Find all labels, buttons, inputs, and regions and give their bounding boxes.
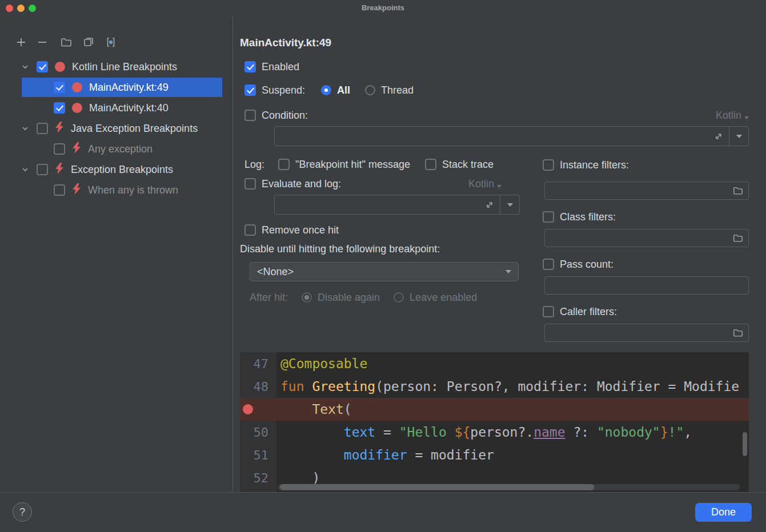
suspend-checkbox[interactable] — [244, 84, 256, 96]
breakpoint-icon — [72, 82, 82, 92]
expand-editor-icon[interactable] — [708, 127, 729, 146]
horizontal-scrollbar-thumb[interactable] — [280, 484, 594, 490]
help-button[interactable]: ? — [13, 502, 32, 522]
tree-item-mainactivity-kt-49[interactable]: MainActivity.kt:49 — [0, 77, 232, 98]
tree-item-any-exception[interactable]: Any exception — [0, 139, 232, 159]
group-icon — [83, 37, 94, 48]
leave-enabled-radio[interactable] — [394, 292, 404, 303]
breakpoint-icon — [55, 62, 65, 72]
disable-until-combobox[interactable]: <None> — [250, 262, 519, 281]
tree-checkbox[interactable] — [37, 123, 48, 134]
class-filters-field — [544, 229, 749, 247]
condition-input[interactable] — [275, 127, 708, 146]
log-message-label: "Breakpoint hit" message — [295, 159, 410, 171]
disable-until-row: Disable until hitting the following brea… — [240, 241, 440, 257]
tree-checkbox[interactable] — [54, 102, 65, 114]
condition-language-selector[interactable]: Kotlin — [716, 110, 749, 122]
enabled-checkbox[interactable] — [244, 61, 256, 72]
tree-checkbox[interactable] — [54, 184, 65, 196]
instance-filters-input[interactable] — [545, 182, 728, 199]
line-number[interactable]: 52 — [240, 466, 276, 489]
suspend-thread-radio[interactable] — [365, 85, 375, 95]
code-line-49: Text( — [240, 398, 749, 421]
log-row: Log: "Breakpoint hit" message Stack trac… — [244, 156, 494, 172]
add-breakpoint-button[interactable] — [14, 35, 28, 49]
tree-item-label: MainActivity.kt:40 — [89, 102, 169, 114]
log-message-checkbox[interactable] — [278, 159, 290, 170]
evaluate-language-selector[interactable]: Kotlin — [468, 178, 502, 190]
tree-checkbox[interactable] — [37, 164, 48, 175]
remove-once-checkbox[interactable] — [244, 224, 256, 236]
class-filters-input[interactable] — [545, 229, 728, 247]
breakpoint-icon — [72, 103, 82, 113]
caller-filters-input[interactable] — [545, 324, 728, 341]
tree-item-when-any-is-thrown[interactable]: When any is thrown — [0, 180, 232, 200]
condition-history-dropdown[interactable] — [729, 127, 748, 146]
caller-filters-checkbox[interactable] — [543, 306, 554, 317]
folder-icon[interactable] — [728, 229, 748, 247]
code-text: ) — [276, 470, 320, 485]
vertical-scrollbar[interactable] — [743, 432, 747, 456]
remove-breakpoint-button[interactable] — [35, 35, 49, 49]
code-line-47: 47@Composable — [240, 352, 749, 375]
line-number[interactable]: 51 — [240, 444, 276, 466]
tree-group-kotlin-line-breakpoints[interactable]: Kotlin Line Breakpoints — [0, 57, 232, 77]
move-to-group-button[interactable] — [82, 35, 95, 49]
expand-editor-icon[interactable] — [479, 195, 500, 214]
stack-trace-checkbox[interactable] — [425, 159, 436, 170]
instance-filters-label: Instance filters: — [560, 159, 629, 171]
instance-filters-checkbox[interactable] — [543, 159, 554, 171]
chevron-down-icon — [497, 185, 502, 188]
breakpoint-dot-icon[interactable] — [243, 404, 253, 414]
tree-group-java-exception-breakpoints[interactable]: Java Exception Breakpoints — [0, 118, 232, 139]
suspend-all-radio[interactable] — [321, 85, 331, 95]
tree-item-label: Any exception — [88, 143, 153, 155]
done-button[interactable]: Done — [695, 503, 752, 522]
group-breakpoints-button[interactable] — [59, 35, 73, 49]
tree-checkbox[interactable] — [54, 82, 65, 93]
chevron-down-icon[interactable] — [21, 62, 30, 71]
code-text: Text( — [276, 402, 352, 417]
evaluate-checkbox[interactable] — [244, 178, 256, 190]
chevron-down-icon — [736, 135, 742, 138]
tree-item-label: MainActivity.kt:49 — [89, 82, 169, 94]
evaluate-history-dropdown[interactable] — [500, 195, 519, 214]
minus-icon — [37, 37, 48, 48]
chevron-down-icon[interactable] — [21, 124, 30, 133]
pass-count-checkbox[interactable] — [543, 259, 554, 270]
disable-again-radio[interactable] — [302, 292, 312, 303]
class-filters-row: Class filters: — [543, 209, 616, 225]
evaluate-input[interactable] — [275, 195, 479, 214]
class-filters-checkbox[interactable] — [543, 211, 554, 223]
breakpoint-title: MainActivity.kt:49 — [240, 37, 331, 49]
folder-icon[interactable] — [728, 182, 748, 199]
tree-item-label: When any is thrown — [88, 184, 178, 196]
tree-group-exception-breakpoints[interactable]: Exception Breakpoints — [0, 159, 232, 180]
line-number[interactable]: 47 — [240, 352, 276, 375]
tree-checkbox[interactable] — [37, 61, 48, 72]
caller-filters-field — [544, 324, 749, 342]
evaluate-row: Evaluate and log: — [244, 176, 341, 192]
code-lines: 47@Composable48fun Greeting(person: Pers… — [240, 352, 749, 489]
exception-icon — [72, 183, 81, 198]
remove-once-row: Remove once hit — [244, 222, 339, 238]
group-by-class-button[interactable] — [104, 35, 118, 49]
condition-checkbox[interactable] — [244, 110, 256, 121]
pass-count-label: Pass count: — [560, 259, 613, 271]
sidebar-divider — [232, 16, 233, 492]
line-number[interactable] — [240, 398, 276, 421]
line-number[interactable]: 50 — [240, 421, 276, 444]
chevron-down-icon[interactable] — [21, 165, 30, 174]
suspend-row: Suspend: All Thread — [244, 82, 414, 98]
tree-item-mainactivity-kt-40[interactable]: MainActivity.kt:40 — [0, 98, 232, 118]
enabled-label: Enabled — [262, 61, 299, 73]
tree-group-label: Java Exception Breakpoints — [71, 123, 198, 135]
pass-count-input[interactable] — [545, 277, 748, 294]
horizontal-scrollbar-track[interactable] — [278, 484, 740, 490]
folder-icon[interactable] — [728, 324, 748, 341]
suspend-label: Suspend: — [262, 84, 305, 96]
chevron-down-icon — [744, 116, 749, 119]
disable-until-label: Disable until hitting the following brea… — [240, 243, 440, 255]
line-number[interactable]: 48 — [240, 375, 276, 398]
tree-checkbox[interactable] — [54, 143, 65, 155]
